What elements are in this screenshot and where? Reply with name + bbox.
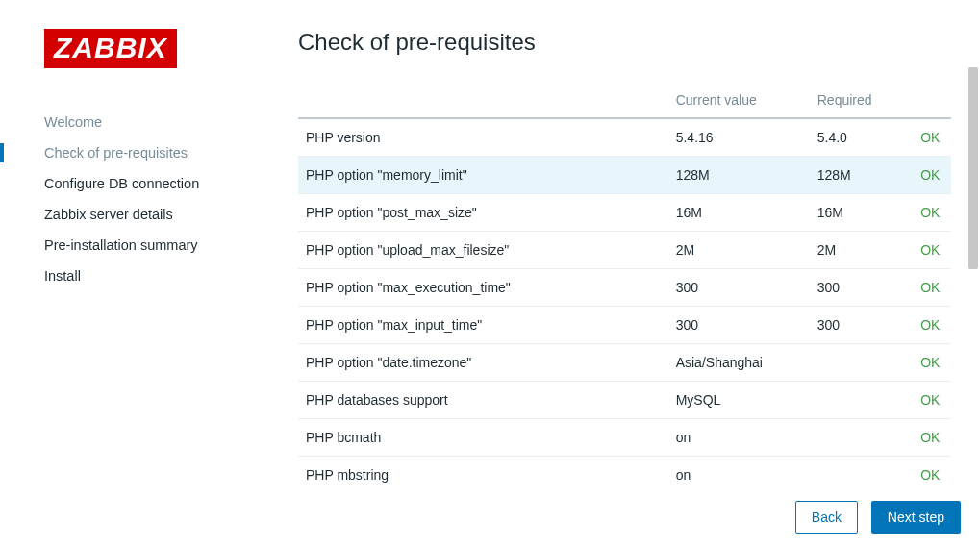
cell-name: PHP bcmath xyxy=(298,419,668,457)
zabbix-logo: ZABBIX xyxy=(44,29,177,68)
cell-name: PHP mbstring xyxy=(298,457,668,487)
cell-name: PHP option "memory_limit" xyxy=(298,157,668,194)
requisites-table-wrap: Current value Required PHP version5.4.16… xyxy=(298,83,951,486)
cell-name: PHP option "upload_max_filesize" xyxy=(298,232,668,269)
table-row: PHP version5.4.165.4.0OK xyxy=(298,118,951,157)
th-name xyxy=(298,83,668,118)
th-status xyxy=(913,83,951,118)
cell-current: 5.4.16 xyxy=(668,118,810,157)
cell-status: OK xyxy=(913,382,951,419)
cell-status: OK xyxy=(913,118,951,157)
cell-name: PHP option "max_execution_time" xyxy=(298,269,668,307)
nav-item-label: Install xyxy=(44,268,81,284)
cell-status: OK xyxy=(913,157,951,194)
cell-name: PHP option "max_input_time" xyxy=(298,307,668,344)
nav-item-label: Configure DB connection xyxy=(44,176,199,191)
cell-status: OK xyxy=(913,232,951,269)
cell-status: OK xyxy=(913,344,951,382)
cell-status: OK xyxy=(913,419,951,457)
table-row: PHP option "max_execution_time"300300OK xyxy=(298,269,951,307)
nav-item-label: Check of pre-requisites xyxy=(44,145,188,161)
cell-required: 5.4.0 xyxy=(810,118,914,157)
cell-current: MySQL xyxy=(668,382,810,419)
cell-name: PHP databases support xyxy=(298,382,668,419)
cell-required: 16M xyxy=(810,194,914,232)
cell-required xyxy=(810,344,914,382)
cell-required: 300 xyxy=(810,307,914,344)
cell-current: 300 xyxy=(668,307,810,344)
cell-current: 2M xyxy=(668,232,810,269)
next-button[interactable]: Next step xyxy=(871,501,961,534)
cell-current: Asia/Shanghai xyxy=(668,344,810,382)
cell-required xyxy=(810,382,914,419)
cell-status: OK xyxy=(913,269,951,307)
table-row: PHP option "memory_limit"128M128MOK xyxy=(298,157,951,194)
cell-status: OK xyxy=(913,307,951,344)
nav-item-2[interactable]: Configure DB connection xyxy=(44,168,298,199)
cell-required xyxy=(810,419,914,457)
cell-current: on xyxy=(668,457,810,487)
cell-required: 2M xyxy=(810,232,914,269)
cell-required: 128M xyxy=(810,157,914,194)
cell-current: on xyxy=(668,419,810,457)
table-row: PHP bcmathonOK xyxy=(298,419,951,457)
nav-item-label: Pre-installation summary xyxy=(44,237,198,253)
requisites-table: Current value Required PHP version5.4.16… xyxy=(298,83,951,486)
table-row: PHP option "upload_max_filesize"2M2MOK xyxy=(298,232,951,269)
nav-item-label: Zabbix server details xyxy=(44,207,173,222)
cell-name: PHP option "post_max_size" xyxy=(298,194,668,232)
back-button[interactable]: Back xyxy=(795,501,858,534)
cell-name: PHP version xyxy=(298,118,668,157)
scrollbar[interactable] xyxy=(968,67,978,269)
nav-item-0[interactable]: Welcome xyxy=(44,107,298,137)
table-row: PHP option "max_input_time"300300OK xyxy=(298,307,951,344)
cell-current: 300 xyxy=(668,269,810,307)
cell-required: 300 xyxy=(810,269,914,307)
nav-item-1[interactable]: Check of pre-requisites xyxy=(44,137,298,168)
nav-item-4[interactable]: Pre-installation summary xyxy=(44,230,298,261)
cell-current: 128M xyxy=(668,157,810,194)
nav-item-label: Welcome xyxy=(44,114,102,130)
table-row: PHP option "date.timezone"Asia/ShanghaiO… xyxy=(298,344,951,382)
cell-status: OK xyxy=(913,194,951,232)
wizard-nav: WelcomeCheck of pre-requisitesConfigure … xyxy=(44,107,298,291)
th-required: Required xyxy=(810,83,914,118)
cell-required xyxy=(810,457,914,487)
cell-current: 16M xyxy=(668,194,810,232)
nav-item-5[interactable]: Install xyxy=(44,261,298,291)
table-row: PHP databases supportMySQLOK xyxy=(298,382,951,419)
th-current: Current value xyxy=(668,83,810,118)
page-title: Check of pre-requisites xyxy=(298,29,951,56)
cell-status: OK xyxy=(913,457,951,487)
nav-item-3[interactable]: Zabbix server details xyxy=(44,199,298,230)
table-row: PHP mbstringonOK xyxy=(298,457,951,487)
wizard-footer: Back Next step xyxy=(786,501,961,534)
table-row: PHP option "post_max_size"16M16MOK xyxy=(298,194,951,232)
cell-name: PHP option "date.timezone" xyxy=(298,344,668,382)
